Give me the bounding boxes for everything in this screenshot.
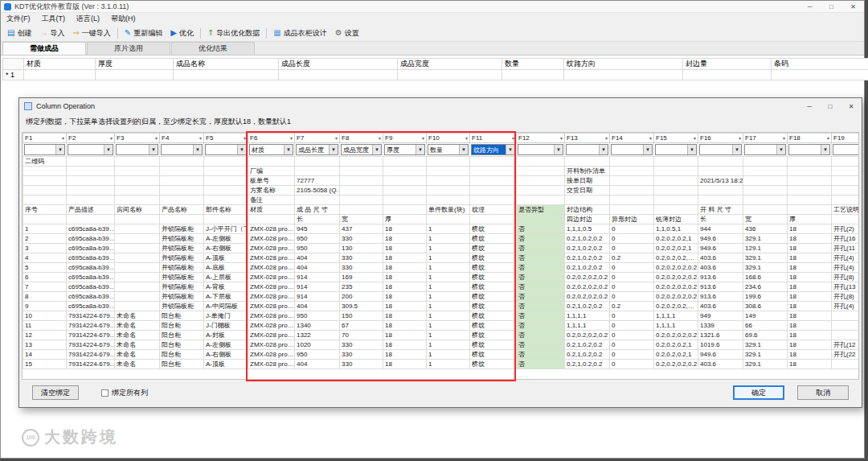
dialog-grid-cell[interactable]: 开孔(8) <box>832 273 860 282</box>
dialog-grid-cell[interactable]: 12 <box>23 331 67 340</box>
dialog-grid-cell[interactable] <box>204 167 248 176</box>
dialog-grid-cell[interactable]: 0.2,0.2,0.2,1 <box>654 340 698 350</box>
dialog-grid-cell[interactable]: 横纹 <box>470 234 517 244</box>
dialog-grid-cell[interactable]: 0 <box>610 360 654 369</box>
dialog-grid-cell[interactable]: 1339 <box>698 321 743 331</box>
dialog-grid-cell[interactable]: 0.2,0.2,0.2,1 <box>654 350 698 360</box>
dialog-column-header[interactable]: F9▾ <box>383 134 427 143</box>
dialog-grid-cell[interactable]: 79314224-679… <box>67 340 115 350</box>
dialog-grid-cell[interactable] <box>160 196 204 205</box>
dialog-grid-cell[interactable]: ZMX-028 pro… <box>248 331 295 340</box>
dialog-grid-cell[interactable] <box>115 234 160 244</box>
dialog-grid-cell[interactable] <box>23 176 67 186</box>
dialog-grid-cell[interactable]: 0 <box>610 350 654 360</box>
dialog-grid-cell[interactable] <box>832 176 860 186</box>
dialog-grid-cell[interactable]: 1 <box>427 292 470 302</box>
dialog-grid-cell[interactable]: 309.5 <box>340 302 383 311</box>
toolbar-button[interactable]: ✎重新编辑 <box>121 27 166 40</box>
dialog-column-header[interactable]: F5▾ <box>204 134 248 143</box>
dialog-grid-cell[interactable]: 7 <box>23 282 67 292</box>
dialog-grid-cell[interactable]: 未命名 <box>115 360 160 369</box>
bind-all-checkbox[interactable] <box>101 389 108 397</box>
dialog-grid-cell[interactable]: 0.2,0.2,0.2,0.2 <box>565 331 610 340</box>
dropdown-arrow-icon[interactable]: ▼ <box>55 145 64 154</box>
dialog-grid-cell[interactable]: 未命名 <box>115 321 160 331</box>
dialog-grid-cell[interactable]: 149 <box>743 311 788 321</box>
dialog-grid-cell[interactable]: 横纹 <box>470 273 517 282</box>
dialog-grid-cell[interactable]: 18 <box>383 350 427 360</box>
dialog-grid-cell[interactable] <box>383 157 427 167</box>
dialog-grid-cell[interactable]: 329.1 <box>743 263 788 273</box>
dialog-column-header[interactable]: F18▾ <box>788 134 832 143</box>
dialog-grid-cell[interactable]: 18 <box>383 273 427 282</box>
dialog-grid-cell[interactable]: 0.2,1,0.2,0.2 <box>565 244 610 253</box>
dialog-grid-cell[interactable]: 18 <box>788 331 832 340</box>
dialog-grid-cell[interactable]: 1 <box>23 224 67 234</box>
dialog-grid-cell[interactable]: 1 <box>427 350 470 360</box>
dialog-grid-cell[interactable] <box>470 186 517 196</box>
dialog-grid-cell[interactable]: 18 <box>788 302 832 311</box>
dialog-grid-cell[interactable]: 并锁隔板柜 <box>160 263 204 273</box>
dialog-grid-cell[interactable]: 5 <box>23 263 67 273</box>
dialog-grid-cell[interactable]: 备注 <box>248 196 295 205</box>
dialog-grid-cell[interactable] <box>832 215 860 224</box>
dialog-grid-cell[interactable] <box>340 205 383 215</box>
dialog-grid-cell[interactable]: 厚 <box>788 215 832 224</box>
dialog-grid-cell[interactable]: 0 <box>610 263 654 273</box>
dialog-grid-cell[interactable] <box>160 176 204 186</box>
tab[interactable]: 原片选用 <box>87 42 170 55</box>
dialog-grid-cell[interactable]: 18 <box>383 263 427 273</box>
dropdown-arrow-icon[interactable]: ▼ <box>643 145 652 154</box>
dialog-grid-cell[interactable]: 0.2 <box>610 302 654 311</box>
dialog-grid-cell[interactable]: 开孔(8) <box>832 292 860 302</box>
dialog-grid-cell[interactable] <box>204 196 248 205</box>
dialog-grid-cell[interactable] <box>204 186 248 196</box>
dialog-grid-cell[interactable] <box>743 196 788 205</box>
dialog-grid-cell[interactable]: 914 <box>295 273 340 282</box>
column-binding-dropdown[interactable]: ▼ <box>205 144 247 155</box>
dialog-column-header[interactable]: F4▾ <box>160 134 204 143</box>
dialog-grid-cell[interactable]: 横纹 <box>470 302 517 311</box>
dialog-grid-cell[interactable] <box>470 167 517 176</box>
dialog-grid-cell[interactable]: c695ca8a-b39… <box>67 253 115 263</box>
dialog-grid-cell[interactable]: 未命名 <box>115 331 160 340</box>
dialog-grid-cell[interactable]: 169 <box>340 273 383 282</box>
dialog-grid-cell[interactable] <box>470 157 517 167</box>
dialog-grid-cell[interactable]: 1 <box>427 311 470 321</box>
dialog-grid-cell[interactable]: 0.2,0.2,0.2,0.2 <box>654 331 698 340</box>
dialog-grid-cell[interactable]: 2021/5/13 18:27 <box>698 176 743 186</box>
column-binding-dropdown[interactable]: ▼ <box>161 144 203 155</box>
dialog-grid-cell[interactable]: 404 <box>295 253 340 263</box>
tab[interactable]: 需做成品 <box>2 42 86 55</box>
dialog-grid-cell[interactable] <box>470 176 517 186</box>
dialog-grid-cell[interactable]: 913.6 <box>698 273 743 282</box>
dialog-grid-cell[interactable]: 18 <box>383 234 427 244</box>
dialog-minimize-button[interactable]: ─ <box>799 98 820 114</box>
dialog-grid-cell[interactable]: 0.2,0.2,0.2,1 <box>654 234 698 244</box>
grid-cell[interactable] <box>24 70 96 80</box>
dropdown-arrow-icon[interactable]: ▼ <box>284 145 293 154</box>
dialog-grid-cell[interactable]: 开孔(12 <box>832 340 860 350</box>
dialog-grid-cell[interactable] <box>248 215 295 224</box>
dialog-grid-cell[interactable]: 开孔(22 <box>832 350 860 360</box>
grid-cell[interactable] <box>564 70 683 80</box>
dialog-grid-cell[interactable]: 厚 <box>383 215 427 224</box>
dialog-column-header[interactable]: F11▾ <box>470 134 517 143</box>
dialog-column-header[interactable]: F12▾ <box>517 134 565 143</box>
dialog-grid-cell[interactable]: 1 <box>427 321 470 331</box>
menu-item[interactable]: 帮助(H) <box>105 14 141 24</box>
dialog-grid-cell[interactable]: 436 <box>743 224 788 234</box>
dialog-grid-cell[interactable]: 1,1,1,1 <box>654 321 698 331</box>
dialog-grid-cell[interactable]: 1 <box>427 331 470 340</box>
column-binding-dropdown[interactable]: ▼ <box>116 144 158 155</box>
dialog-grid-cell[interactable] <box>517 186 565 196</box>
dialog-grid-cell[interactable]: 1 <box>427 244 470 253</box>
dialog-grid-cell[interactable] <box>427 196 470 205</box>
toolbar-button[interactable]: ⇑导出优化数据 <box>203 27 264 40</box>
dialog-grid-cell[interactable] <box>654 176 698 186</box>
dialog-grid-cell[interactable]: 199.6 <box>743 292 788 302</box>
dialog-grid-cell[interactable]: 308.6 <box>743 302 788 311</box>
dialog-grid-cell[interactable]: 未命名 <box>115 340 160 350</box>
dialog-grid-cell[interactable]: 并锁隔板柜 <box>160 244 204 253</box>
dialog-grid-cell[interactable] <box>517 215 565 224</box>
